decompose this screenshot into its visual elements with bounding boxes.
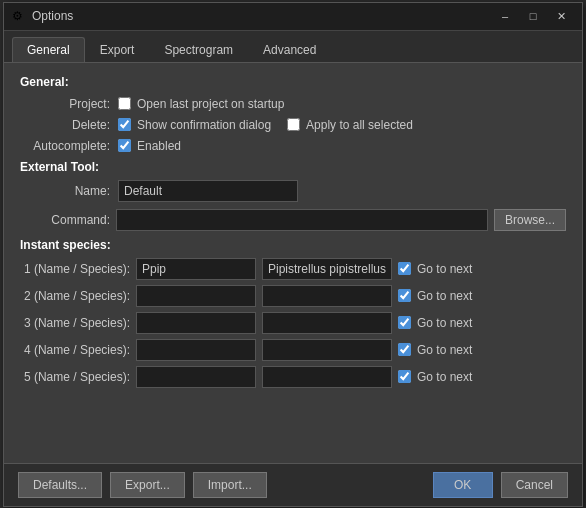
project-row: Project: Open last project on startup — [20, 97, 566, 111]
species-2-name-input[interactable] — [136, 285, 256, 307]
maximize-button[interactable]: □ — [520, 6, 546, 26]
species-5-name-input[interactable] — [136, 366, 256, 388]
name-row: Name: — [20, 180, 566, 202]
cancel-button[interactable]: Cancel — [501, 472, 568, 498]
species-4-full-input[interactable] — [262, 339, 392, 361]
species-2-go-next-checkbox[interactable] — [398, 289, 411, 302]
species-row-2: 2 (Name / Species): Go to next — [20, 285, 566, 307]
species-3-go-next-label: Go to next — [417, 316, 472, 330]
project-label: Project: — [20, 97, 110, 111]
command-label: Command: — [20, 213, 110, 227]
species-4-go-next-wrapper: Go to next — [398, 343, 472, 357]
delete-label: Delete: — [20, 118, 110, 132]
window-title: Options — [32, 9, 492, 23]
command-input[interactable] — [116, 209, 488, 231]
title-bar-controls: – □ ✕ — [492, 6, 574, 26]
autocomplete-checkbox[interactable] — [118, 139, 131, 152]
species-1-go-next-wrapper: Go to next — [398, 262, 472, 276]
command-row: Command: Browse... — [20, 209, 566, 231]
content-area: General: Project: Open last project on s… — [4, 63, 582, 463]
project-checkbox-label: Open last project on startup — [137, 97, 284, 111]
species-3-name-input[interactable] — [136, 312, 256, 334]
species-5-full-input[interactable] — [262, 366, 392, 388]
footer: Defaults... Export... Import... OK Cance… — [4, 463, 582, 506]
defaults-button[interactable]: Defaults... — [18, 472, 102, 498]
species-3-go-next-wrapper: Go to next — [398, 316, 472, 330]
species-5-go-next-label: Go to next — [417, 370, 472, 384]
delete-apply-all-checkbox[interactable] — [287, 118, 300, 131]
species-2-go-next-label: Go to next — [417, 289, 472, 303]
species-3-label: 3 (Name / Species): — [20, 316, 130, 330]
autocomplete-row: Autocomplete: Enabled — [20, 139, 566, 153]
species-row-1: 1 (Name / Species): Go to next — [20, 258, 566, 280]
species-5-go-next-checkbox[interactable] — [398, 370, 411, 383]
options-window: ⚙ Options – □ ✕ General Export Spectrogr… — [3, 2, 583, 507]
browse-button[interactable]: Browse... — [494, 209, 566, 231]
species-row-4: 4 (Name / Species): Go to next — [20, 339, 566, 361]
species-1-go-next-label: Go to next — [417, 262, 472, 276]
species-1-go-next-checkbox[interactable] — [398, 262, 411, 275]
delete-apply-all-label: Apply to all selected — [306, 118, 413, 132]
delete-confirm-label: Show confirmation dialog — [137, 118, 271, 132]
delete-row: Delete: Show confirmation dialog Apply t… — [20, 118, 566, 132]
species-1-name-input[interactable] — [136, 258, 256, 280]
project-checkbox[interactable] — [118, 97, 131, 110]
autocomplete-label: Autocomplete: — [20, 139, 110, 153]
tabs-bar: General Export Spectrogram Advanced — [4, 31, 582, 63]
title-bar: ⚙ Options – □ ✕ — [4, 3, 582, 31]
species-2-label: 2 (Name / Species): — [20, 289, 130, 303]
species-1-label: 1 (Name / Species): — [20, 262, 130, 276]
tab-advanced[interactable]: Advanced — [248, 37, 331, 62]
species-5-label: 5 (Name / Species): — [20, 370, 130, 384]
tab-export[interactable]: Export — [85, 37, 150, 62]
name-label: Name: — [20, 184, 110, 198]
instant-species-header: Instant species: — [20, 238, 566, 252]
ok-button[interactable]: OK — [433, 472, 493, 498]
species-4-name-input[interactable] — [136, 339, 256, 361]
species-4-label: 4 (Name / Species): — [20, 343, 130, 357]
species-4-go-next-label: Go to next — [417, 343, 472, 357]
export-button[interactable]: Export... — [110, 472, 185, 498]
import-button[interactable]: Import... — [193, 472, 267, 498]
footer-right-buttons: OK Cancel — [433, 472, 568, 498]
species-1-full-input[interactable] — [262, 258, 392, 280]
tab-spectrogram[interactable]: Spectrogram — [149, 37, 248, 62]
external-tool-header: External Tool: — [20, 160, 566, 174]
autocomplete-enabled-label: Enabled — [137, 139, 181, 153]
minimize-button[interactable]: – — [492, 6, 518, 26]
species-3-go-next-checkbox[interactable] — [398, 316, 411, 329]
species-5-go-next-wrapper: Go to next — [398, 370, 472, 384]
autocomplete-checkbox-wrapper: Enabled — [118, 139, 181, 153]
close-button[interactable]: ✕ — [548, 6, 574, 26]
species-row-5: 5 (Name / Species): Go to next — [20, 366, 566, 388]
project-checkbox-wrapper: Open last project on startup — [118, 97, 284, 111]
species-2-full-input[interactable] — [262, 285, 392, 307]
window-icon: ⚙ — [12, 9, 26, 23]
species-3-full-input[interactable] — [262, 312, 392, 334]
delete-checkbox1-wrapper: Show confirmation dialog — [118, 118, 271, 132]
general-section-header: General: — [20, 75, 566, 89]
species-2-go-next-wrapper: Go to next — [398, 289, 472, 303]
species-row-3: 3 (Name / Species): Go to next — [20, 312, 566, 334]
tab-general[interactable]: General — [12, 37, 85, 62]
species-4-go-next-checkbox[interactable] — [398, 343, 411, 356]
delete-confirm-checkbox[interactable] — [118, 118, 131, 131]
name-input[interactable] — [118, 180, 298, 202]
delete-checkbox2-wrapper: Apply to all selected — [287, 118, 413, 132]
